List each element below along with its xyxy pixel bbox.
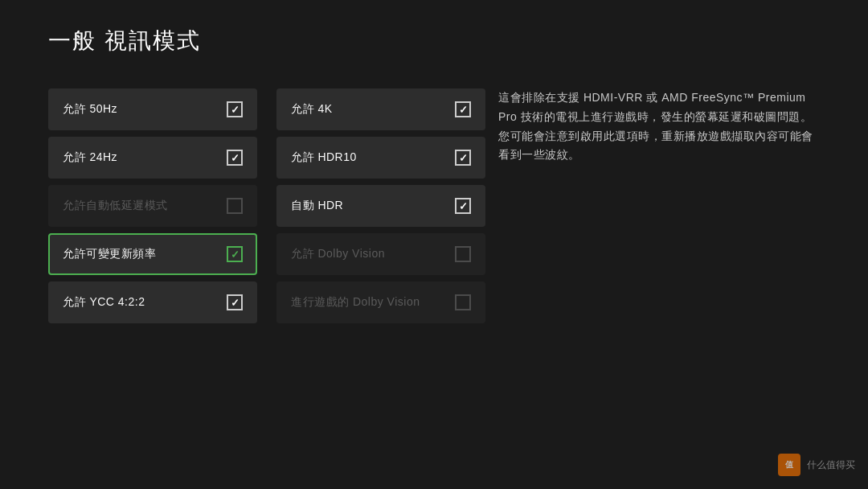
label-auto-hdr: 自動 HDR xyxy=(291,199,343,213)
checkbox-auto-hdr[interactable] xyxy=(455,198,471,214)
label-allow-4k: 允許 4K xyxy=(291,102,333,117)
label-allow-hdr10: 允許 HDR10 xyxy=(291,150,357,165)
label-allow-auto-low-latency: 允許自動低延遲模式 xyxy=(63,199,168,213)
left-column: 允許 50Hz允許 24Hz允許自動低延遲模式允許可變更新頻率允許 YCC 4:… xyxy=(48,88,257,323)
setting-item-allow-auto-low-latency[interactable]: 允許自動低延遲模式 xyxy=(48,185,257,227)
checkbox-allow-4k[interactable] xyxy=(455,101,471,117)
checkbox-allow-variable-refresh[interactable] xyxy=(227,246,243,262)
checkbox-allow-hdr10[interactable] xyxy=(455,150,471,166)
setting-item-allow-hdr10[interactable]: 允許 HDR10 xyxy=(276,137,485,179)
label-game-dolby-vision: 進行遊戲的 Dolby Vision xyxy=(291,295,420,310)
label-allow-50hz: 允許 50Hz xyxy=(63,102,117,117)
label-allow-24hz: 允許 24Hz xyxy=(63,150,117,165)
right-column: 允許 4K允許 HDR10自動 HDR允許 Dolby Vision進行遊戲的 … xyxy=(276,88,485,323)
watermark-text: 什么值得买 xyxy=(807,458,855,472)
checkbox-allow-ycc[interactable] xyxy=(227,294,243,310)
watermark: 值 什么值得买 xyxy=(778,454,855,476)
watermark-icon: 值 xyxy=(778,454,800,476)
setting-item-allow-dolby-vision[interactable]: 允許 Dolby Vision xyxy=(276,233,485,275)
checkbox-allow-50hz[interactable] xyxy=(227,101,243,117)
main-content: 允許 50Hz允許 24Hz允許自動低延遲模式允許可變更新頻率允許 YCC 4:… xyxy=(48,88,485,323)
setting-item-allow-4k[interactable]: 允許 4K xyxy=(276,88,485,130)
setting-item-allow-24hz[interactable]: 允許 24Hz xyxy=(48,137,257,179)
label-allow-ycc: 允許 YCC 4:2:2 xyxy=(63,295,145,310)
info-panel: 這會排除在支援 HDMI-VRR 或 AMD FreeSync™ Premium… xyxy=(498,88,820,165)
checkbox-allow-24hz[interactable] xyxy=(227,150,243,166)
label-allow-variable-refresh: 允許可變更新頻率 xyxy=(63,247,156,261)
setting-item-auto-hdr[interactable]: 自動 HDR xyxy=(276,185,485,227)
checkbox-game-dolby-vision[interactable] xyxy=(455,294,471,310)
label-allow-dolby-vision: 允許 Dolby Vision xyxy=(291,247,385,261)
setting-item-allow-50hz[interactable]: 允許 50Hz xyxy=(48,88,257,130)
setting-item-game-dolby-vision[interactable]: 進行遊戲的 Dolby Vision xyxy=(276,281,485,323)
setting-item-allow-variable-refresh[interactable]: 允許可變更新頻率 xyxy=(48,233,257,275)
checkbox-allow-auto-low-latency[interactable] xyxy=(227,198,243,214)
setting-item-allow-ycc[interactable]: 允許 YCC 4:2:2 xyxy=(48,281,257,323)
checkbox-allow-dolby-vision[interactable] xyxy=(455,246,471,262)
page-title: 一般 視訊模式 xyxy=(48,26,201,56)
